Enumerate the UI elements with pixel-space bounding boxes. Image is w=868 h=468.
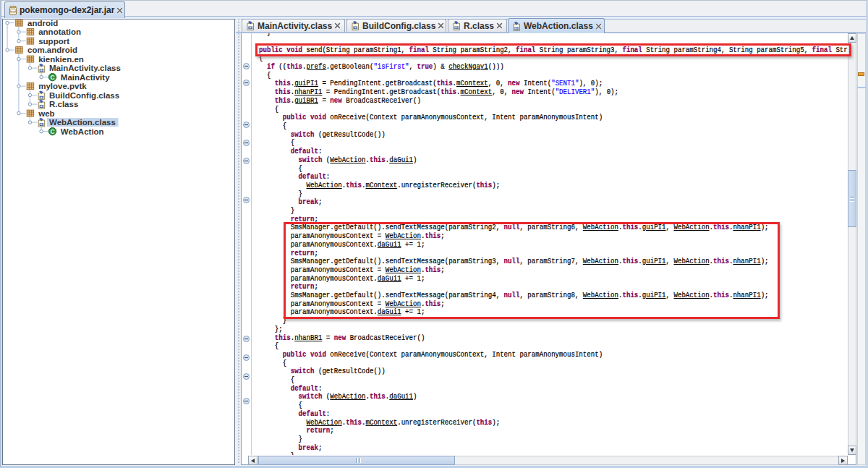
svg-text:MainActivity: MainActivity xyxy=(61,73,110,82)
svg-text:WebAction.class: WebAction.class xyxy=(49,118,116,127)
svg-text:android: android xyxy=(27,19,58,27)
svg-text:support: support xyxy=(38,37,69,46)
svg-text:R.class: R.class xyxy=(49,100,78,109)
svg-text:BuildConfig.class: BuildConfig.class xyxy=(49,91,119,100)
svg-text:kienkien.en: kienkien.en xyxy=(38,55,84,64)
svg-text:mylove.pvtk: mylove.pvtk xyxy=(38,82,87,90)
svg-text:MainActivity.class: MainActivity.class xyxy=(49,64,121,72)
svg-text:C: C xyxy=(50,128,54,135)
svg-text:web: web xyxy=(38,109,54,118)
svg-text:C: C xyxy=(50,74,54,81)
svg-text:com.android: com.android xyxy=(27,46,77,54)
svg-text:annotation: annotation xyxy=(38,27,81,36)
svg-text:WebAction: WebAction xyxy=(61,127,104,136)
